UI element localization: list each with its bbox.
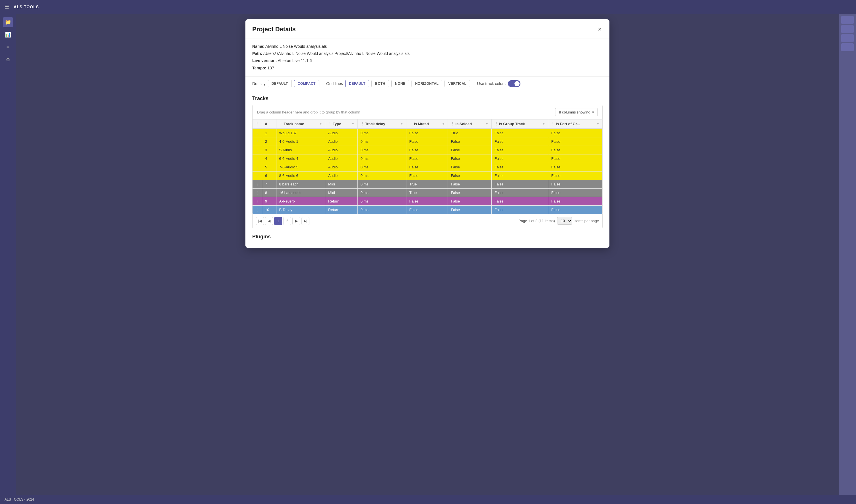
rp-btn-1[interactable] (841, 16, 854, 24)
prev-page-button[interactable]: ◀ (265, 217, 273, 225)
sidebar-item-files[interactable]: 📁 (3, 17, 13, 27)
row-grouptrack-cell: False (492, 129, 548, 137)
table-row[interactable]: ⋮ 1 Would 137 Audio 0 ms False True Fals… (252, 129, 602, 137)
row-type-cell: Audio (325, 137, 358, 146)
grouptrack-filter-icon[interactable]: ▼ (542, 122, 546, 125)
table-row[interactable]: ⋮ 7 8 bars each Midi 0 ms True False Fal… (252, 180, 602, 188)
columns-dropdown[interactable]: 8 columns showing ▾ (555, 108, 598, 116)
trackname-filter-icon[interactable]: ▼ (319, 122, 322, 125)
row-drag-cell: ⋮ (252, 180, 262, 188)
row-delay-cell: 0 ms (357, 171, 406, 180)
per-page-select[interactable]: 10 25 50 (557, 217, 572, 225)
drag-hint-bar: Drag a column header here and drop it to… (252, 105, 603, 120)
row-delay-cell: 0 ms (357, 163, 406, 171)
table-row[interactable]: ⋮ 3 5-Audio Audio 0 ms False False False… (252, 146, 602, 154)
soloed-filter-icon[interactable]: ▼ (485, 122, 488, 125)
last-page-button[interactable]: ▶| (301, 217, 309, 225)
row-num-cell: 3 (262, 146, 277, 154)
table-row[interactable]: ⋮ 2 4-6-Audio 1 Audio 0 ms False False F… (252, 137, 602, 146)
per-page-info: Page 1 of 2 (11 items) 10 25 50 items pe… (518, 217, 599, 225)
row-drag-cell: ⋮ (252, 163, 262, 171)
row-grouptrack-cell: False (492, 171, 548, 180)
row-soloed-cell: False (448, 180, 492, 188)
num-col-label: # (265, 122, 267, 126)
menu-icon[interactable]: ☰ (4, 4, 9, 10)
project-info: Name: Alvinho L Noise Would analysis.als… (246, 38, 609, 76)
col-trackdelay-header[interactable]: ⋮ Track delay ▼ (357, 120, 406, 129)
muted-filter-icon[interactable]: ▼ (442, 122, 445, 125)
page-1-button[interactable]: 1 (274, 217, 282, 225)
col-num-header[interactable]: # (262, 120, 277, 129)
rp-btn-2[interactable] (841, 25, 854, 33)
modal-close-button[interactable]: × (596, 25, 603, 34)
density-default-button[interactable]: DEFAULT (268, 80, 292, 87)
live-value: Ableton Live 11.1.6 (278, 58, 312, 63)
pagination-controls: |◀ ◀ 1 2 ▶ ▶| (256, 217, 309, 225)
row-partofgr-cell: False (548, 171, 602, 180)
table-row[interactable]: ⋮ 9 A-Reverb Return 0 ms False False Fal… (252, 197, 602, 205)
delay-filter-icon[interactable]: ▼ (400, 122, 403, 125)
table-row[interactable]: ⋮ 10 B-Delay Return 0 ms False False Fal… (252, 205, 602, 214)
row-partofgr-cell: False (548, 197, 602, 205)
grid-default-button[interactable]: DEFAULT (345, 80, 369, 87)
row-delay-cell: 0 ms (357, 180, 406, 188)
modal-header: Project Details × (246, 19, 609, 38)
partofgr-filter-icon[interactable]: ▼ (596, 122, 600, 125)
col-type-header[interactable]: ⋮ Type ▼ (325, 120, 358, 129)
row-soloed-cell: False (448, 197, 492, 205)
sidebar-item-list[interactable]: ≡ (3, 42, 13, 52)
modal-body: Tracks Drag a column header here and dro… (246, 91, 609, 248)
row-partofgr-cell: False (548, 129, 602, 137)
bottombar: ALS TOOLS - 2024 (0, 495, 856, 504)
grid-none-button[interactable]: NONE (391, 80, 409, 87)
track-colors-toggle[interactable] (508, 80, 520, 87)
density-compact-button[interactable]: COMPACT (294, 80, 319, 87)
row-num-cell: 2 (262, 137, 277, 146)
row-grouptrack-cell: False (492, 154, 548, 163)
first-page-button[interactable]: |◀ (256, 217, 264, 225)
row-delay-cell: 0 ms (357, 146, 406, 154)
sidebar-item-settings[interactable]: ⚙ (3, 55, 13, 65)
rp-btn-3[interactable] (841, 34, 854, 42)
page-2-button[interactable]: 2 (283, 217, 291, 225)
grid-vertical-button[interactable]: VERTICAL (445, 80, 470, 87)
row-partofgr-cell: False (548, 180, 602, 188)
drag-hint-text: Drag a column header here and drop it to… (257, 110, 360, 114)
row-muted-cell: False (406, 146, 448, 154)
row-type-cell: Return (325, 205, 358, 214)
col-isgrouptrack-header[interactable]: ⋮ Is Group Track ▼ (492, 120, 548, 129)
row-delay-cell: 0 ms (357, 188, 406, 197)
tempo-label: Tempo: (252, 66, 266, 70)
type-filter-icon[interactable]: ▼ (352, 122, 355, 125)
table-row[interactable]: ⋮ 5 7-6-Audio 5 Audio 0 ms False False F… (252, 163, 602, 171)
modal-title: Project Details (252, 25, 296, 33)
drag-dots-icon: ⋮ (255, 122, 259, 126)
row-delay-cell: 0 ms (357, 205, 406, 214)
col-trackname-header[interactable]: ⋮ Track name ▼ (276, 120, 325, 129)
next-page-button[interactable]: ▶ (292, 217, 300, 225)
row-trackname-cell: 16 bars each (276, 188, 325, 197)
track-colors-label: Use track colors (477, 82, 505, 86)
col-ispartofgr-header[interactable]: ⋮ Is Part of Gr... ▼ (548, 120, 602, 129)
table-header-row: ⋮ # ⋮ Track name (252, 120, 602, 129)
trackname-col-label: Track name (284, 122, 304, 126)
plugins-section: Plugins (252, 234, 603, 240)
row-drag-cell: ⋮ (252, 197, 262, 205)
col-issoloed-header[interactable]: ⋮ Is Soloed ▼ (448, 120, 492, 129)
row-soloed-cell: True (448, 129, 492, 137)
col-ismuted-header[interactable]: ⋮ Is Muted ▼ (406, 120, 448, 129)
sidebar-item-stats[interactable]: 📊 (3, 30, 13, 40)
row-muted-cell: False (406, 197, 448, 205)
row-partofgr-cell: False (548, 154, 602, 163)
table-row[interactable]: ⋮ 4 6-6-Audio 4 Audio 0 ms False False F… (252, 154, 602, 163)
table-row[interactable]: ⋮ 6 8-6-Audio 6 Audio 0 ms False False F… (252, 171, 602, 180)
row-type-cell: Audio (325, 146, 358, 154)
path-label: Path: (252, 51, 262, 56)
row-grouptrack-cell: False (492, 205, 548, 214)
grid-horizontal-button[interactable]: HORIZONTAL (411, 80, 443, 87)
grid-both-button[interactable]: BOTH (371, 80, 389, 87)
row-type-cell: Audio (325, 163, 358, 171)
table-row[interactable]: ⋮ 8 16 bars each Midi 0 ms True False Fa… (252, 188, 602, 197)
row-soloed-cell: False (448, 188, 492, 197)
rp-btn-4[interactable] (841, 43, 854, 51)
